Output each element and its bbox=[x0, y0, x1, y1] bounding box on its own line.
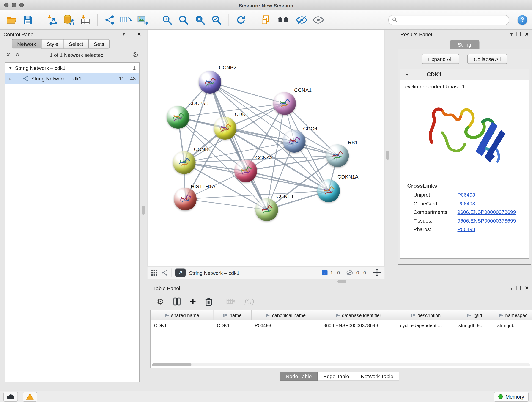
network-node-ccna1[interactable] bbox=[273, 92, 296, 115]
float-panel-icon[interactable] bbox=[129, 32, 133, 36]
network-edge[interactable] bbox=[246, 171, 329, 191]
network-node-hist1h1a[interactable] bbox=[174, 188, 196, 211]
splitter-handle-left[interactable] bbox=[142, 206, 145, 215]
collapse-triangle-icon[interactable]: ▼ bbox=[9, 66, 12, 70]
column-header-id[interactable]: @id bbox=[455, 310, 494, 320]
network-edge[interactable] bbox=[185, 199, 267, 210]
import-table-button[interactable] bbox=[79, 13, 92, 27]
section-collapse-triangle-icon[interactable]: ▼ bbox=[405, 73, 409, 77]
zoom-fit-button[interactable] bbox=[194, 13, 207, 27]
panel-menu-icon[interactable]: ▾ bbox=[123, 32, 125, 37]
network-node-ccna2[interactable] bbox=[234, 160, 257, 182]
column-header-description[interactable]: description bbox=[397, 310, 455, 320]
network-node-ccnb2[interactable] bbox=[199, 71, 221, 94]
cell-namespace[interactable]: stringdb bbox=[494, 320, 532, 330]
tab-style[interactable]: Style bbox=[41, 39, 63, 49]
network-collection-row[interactable]: ▼ String Network – cdk1 1 bbox=[5, 63, 139, 73]
fit-content-crosshair-icon[interactable] bbox=[373, 269, 381, 277]
cell-canonical-name[interactable]: P06493 bbox=[251, 320, 320, 330]
new-network-button[interactable] bbox=[103, 13, 116, 27]
search-input[interactable] bbox=[400, 17, 506, 23]
float-panel-icon[interactable] bbox=[517, 286, 521, 290]
tab-sets[interactable]: Sets bbox=[89, 39, 110, 49]
splitter-handle-right[interactable] bbox=[386, 151, 389, 160]
selected-checkbox-icon[interactable]: ✓ bbox=[322, 270, 327, 275]
cell-description[interactable]: cyclin-dependent ... bbox=[397, 320, 455, 330]
network-node-cdk1[interactable] bbox=[214, 117, 236, 140]
apply-layout-button[interactable] bbox=[234, 13, 247, 27]
column-header-name[interactable]: name bbox=[214, 310, 251, 320]
copy-document-button[interactable] bbox=[259, 13, 272, 27]
network-node-cdkn1a[interactable] bbox=[317, 179, 340, 202]
network-node-ccnb1[interactable] bbox=[173, 151, 196, 174]
create-column-icon[interactable]: + bbox=[190, 298, 196, 305]
scrollbar-thumb[interactable] bbox=[152, 364, 191, 367]
tab-select[interactable]: Select bbox=[63, 39, 89, 49]
horizontal-scrollbar[interactable] bbox=[152, 364, 530, 367]
cell-name[interactable]: CDK1 bbox=[214, 320, 251, 330]
import-network-file-button[interactable] bbox=[46, 13, 59, 27]
cell-shared-name[interactable]: CDK1 bbox=[151, 320, 214, 330]
splitter-handle-bottom[interactable] bbox=[337, 280, 346, 283]
column-header-namespace[interactable]: namespac bbox=[494, 310, 532, 320]
column-header-shared-name[interactable]: shared name bbox=[151, 310, 214, 320]
zoom-out-button[interactable] bbox=[177, 13, 190, 27]
network-node-cdc25b[interactable] bbox=[167, 106, 190, 128]
tab-network-table[interactable]: Network Table bbox=[355, 372, 399, 381]
crosslink-link-tissues[interactable]: 9606.ENSP00000378699 bbox=[457, 218, 516, 224]
table-row[interactable]: CDK1 CDK1 P06493 9606.ENSP00000378699 cy… bbox=[151, 320, 532, 330]
tab-network[interactable]: Network bbox=[12, 39, 41, 49]
minimize-window-button[interactable] bbox=[12, 3, 16, 7]
column-header-canonical-name[interactable]: canonical name bbox=[251, 310, 320, 320]
network-node-cdc6[interactable] bbox=[283, 130, 306, 153]
close-panel-icon[interactable]: × bbox=[137, 31, 141, 37]
zoom-selected-button[interactable] bbox=[210, 13, 223, 27]
collapse-all-icon[interactable] bbox=[6, 52, 12, 57]
expand-all-icon[interactable] bbox=[15, 52, 21, 57]
network-node-rb1[interactable] bbox=[326, 144, 349, 167]
panel-menu-icon[interactable]: ▾ bbox=[510, 286, 513, 291]
cell-database-identifier[interactable]: 9606.ENSP00000378699 bbox=[320, 320, 397, 330]
cloud-status-button[interactable] bbox=[3, 392, 18, 401]
crosslink-link-compartments[interactable]: 9606.ENSP00000378699 bbox=[457, 209, 516, 215]
zoom-in-button[interactable] bbox=[161, 13, 174, 27]
grid-view-icon[interactable] bbox=[151, 269, 158, 276]
hide-selected-button[interactable] bbox=[295, 13, 308, 27]
close-panel-icon[interactable]: × bbox=[525, 31, 529, 37]
tab-node-table[interactable]: Node Table bbox=[280, 372, 317, 381]
export-image-button[interactable] bbox=[136, 13, 149, 27]
panel-menu-icon[interactable]: ▾ bbox=[510, 32, 513, 37]
network-edge[interactable] bbox=[210, 82, 267, 210]
crosslink-link-uniprot[interactable]: P06493 bbox=[457, 192, 475, 198]
close-panel-icon[interactable]: × bbox=[525, 285, 529, 291]
delete-column-trash-icon[interactable] bbox=[205, 297, 213, 306]
network-row[interactable]: ● String Network – cdk1 11 48 bbox=[5, 73, 139, 84]
tab-string[interactable]: String bbox=[450, 40, 479, 49]
save-session-button[interactable] bbox=[21, 13, 34, 27]
birdseye-view-icon[interactable] bbox=[161, 269, 168, 276]
warnings-button[interactable] bbox=[23, 392, 37, 401]
tab-edge-table[interactable]: Edge Table bbox=[317, 372, 355, 381]
expand-all-button[interactable]: Expand All bbox=[422, 54, 459, 64]
crosslink-link-pharos[interactable]: P06493 bbox=[457, 226, 475, 232]
table-options-gear-icon[interactable]: ⚙ bbox=[157, 298, 164, 306]
open-session-button[interactable] bbox=[5, 13, 18, 27]
crosslink-link-genecard[interactable]: P06493 bbox=[457, 201, 475, 206]
detach-view-button[interactable]: ↗ bbox=[175, 269, 186, 277]
home-view-button[interactable] bbox=[275, 13, 292, 27]
cell-id[interactable]: stringdb:9... bbox=[455, 320, 494, 330]
collapse-all-button[interactable]: Collapse All bbox=[467, 54, 507, 64]
memory-button[interactable]: Memory bbox=[494, 392, 529, 401]
help-button[interactable]: ? bbox=[518, 15, 527, 25]
network-node-ccne1[interactable] bbox=[255, 198, 278, 221]
select-columns-icon[interactable] bbox=[173, 298, 181, 306]
network-from-table-button[interactable] bbox=[120, 13, 133, 27]
close-window-button[interactable] bbox=[4, 3, 9, 7]
protein-section-header[interactable]: ▼ CDK1 bbox=[400, 69, 529, 81]
show-hidden-button[interactable] bbox=[312, 13, 325, 27]
column-header-database-identifier[interactable]: database identifier bbox=[320, 310, 397, 320]
network-options-gear-icon[interactable]: ⚙ bbox=[133, 51, 139, 58]
import-network-database-button[interactable] bbox=[62, 13, 75, 27]
network-canvas[interactable]: CCNB2CCNA1CDC25BCDK1CDC6RB1CCNB1CCNA2CDK… bbox=[147, 30, 385, 266]
float-panel-icon[interactable] bbox=[517, 32, 521, 36]
